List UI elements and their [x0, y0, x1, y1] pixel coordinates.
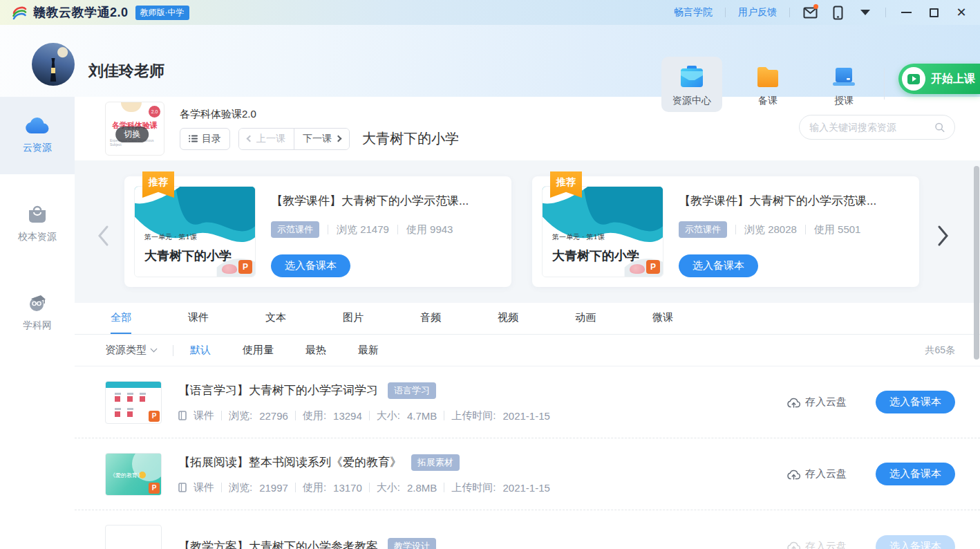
save-to-cloud-button[interactable]: 存入云盘 [787, 396, 847, 409]
views-label: 浏览: [229, 481, 252, 494]
cloud-upload-icon [787, 469, 800, 480]
divider [369, 483, 370, 492]
add-to-lessonbook-button[interactable]: 选入备课本 [876, 535, 955, 549]
save-to-cloud-label: 存入云盘 [805, 396, 847, 409]
ppt-icon: P [149, 411, 160, 422]
minimize-button[interactable] [898, 5, 914, 20]
resource-badge: 拓展素材 [411, 454, 460, 471]
carousel-next-button[interactable] [933, 221, 954, 252]
sidebar-item-cloud-resources[interactable]: 云资源 [0, 97, 75, 174]
app-window: 赣教云教学通2.0 教师版·中学 畅言学院 用户反馈 [0, 0, 980, 549]
card-thumbnail[interactable]: 第一单元 · 第1课 大青树下的小学 P [134, 186, 256, 277]
sort-usage[interactable]: 使用量 [243, 344, 274, 357]
flower-decoration [222, 264, 237, 274]
tab-image[interactable]: 图片 [343, 303, 364, 334]
sidebar-item-school-resources[interactable]: 校本资源 [0, 185, 75, 263]
app-title: 赣教云教学通2.0 [33, 4, 129, 21]
save-to-cloud-button[interactable]: 存入云盘 [787, 540, 847, 549]
prev-lesson-label: 上一课 [256, 133, 285, 145]
sidebar: 云资源 校本资源 学科网 [0, 97, 75, 549]
academy-link[interactable]: 畅言学院 [674, 6, 713, 19]
resource-badge: 教学设计 [388, 538, 436, 549]
thumb-version-badge: 2.0 [149, 106, 160, 118]
chevron-down-icon [151, 346, 158, 353]
messages-icon[interactable] [802, 5, 818, 20]
save-to-cloud-button[interactable]: 存入云盘 [787, 467, 847, 481]
add-to-lessonbook-button[interactable]: 选入备课本 [271, 254, 350, 277]
dropdown-caret-icon[interactable] [858, 5, 873, 20]
tab-courseware[interactable]: 课件 [188, 303, 209, 334]
carousel-cards: 推荐 第一单元 · 第1课 大青树下的小学 P [124, 176, 980, 287]
sidebar-item-label: 云资源 [23, 142, 52, 154]
sort-default[interactable]: 默认 [190, 344, 211, 357]
resource-thumbnail[interactable] [105, 525, 162, 549]
cloud-upload-icon [787, 541, 800, 549]
close-button[interactable]: ✕ [954, 5, 969, 20]
thumb-decoration [121, 102, 142, 112]
prev-lesson-button[interactable]: 上一课 [239, 129, 294, 149]
views-label: 浏览: [229, 409, 252, 422]
tab-video[interactable]: 视频 [498, 303, 518, 334]
sort-newest[interactable]: 最新 [358, 344, 379, 357]
divider [221, 411, 222, 420]
resource-title[interactable]: 【教学方案】大青树下的小学参考教案 [178, 539, 378, 549]
tab-text[interactable]: 文本 [265, 303, 286, 334]
sort-hot[interactable]: 最热 [305, 344, 326, 357]
add-to-lessonbook-button[interactable]: 选入备课本 [679, 254, 758, 277]
next-lesson-button[interactable]: 下一课 [294, 129, 349, 149]
mobile-device-icon[interactable] [830, 5, 845, 20]
resource-type: 课件 [194, 409, 214, 422]
search-icon[interactable] [934, 121, 945, 133]
feedback-link[interactable]: 用户反馈 [738, 6, 777, 19]
search-input[interactable] [809, 122, 934, 133]
nav-teach[interactable]: 授课 [813, 57, 874, 112]
tab-animation[interactable]: 动画 [575, 303, 596, 334]
card-thumbnail[interactable]: 第一单元 · 第1课 大青树下的小学 P [542, 186, 663, 277]
resource-body: 【拓展阅读】整本书阅读系列《爱的教育》 拓展素材 课件 浏览: 21997 使用… [178, 454, 787, 494]
resource-thumbnail[interactable]: P [105, 381, 162, 424]
course-thumbnail[interactable]: 2.0 各学科体验课 Experience Class Of Various S… [105, 102, 164, 156]
views-value: 22796 [259, 410, 288, 422]
start-class-button[interactable]: 开始上课 [898, 64, 980, 94]
resource-thumbnail[interactable]: 《爱的教育》 P [105, 453, 162, 496]
scholar-icon [27, 293, 48, 313]
nav-resource-center[interactable]: 资源中心 [661, 57, 722, 112]
resource-center-icon [679, 65, 705, 89]
tab-microlesson[interactable]: 微课 [652, 303, 673, 334]
switch-course-button[interactable]: 切换 [115, 127, 149, 142]
views-value: 21997 [259, 482, 288, 494]
resource-tabs: 全部 课件 文本 图片 音频 视频 动画 微课 [75, 303, 980, 335]
card-views: 浏览 21479 [337, 223, 389, 236]
sidebar-item-subject-net[interactable]: 学科网 [0, 274, 75, 351]
card-body: 【教学课件】大青树下的小学示范课... 示范课件 浏览 21479 使用 994… [271, 186, 502, 277]
uses-value: 13170 [333, 482, 362, 494]
nav-prepare[interactable]: 备课 [737, 57, 798, 112]
resource-body: 【语言学习】大青树下的小学字词学习 语言学习 课件 浏览: 22796 使用: … [178, 382, 787, 422]
resource-type-dropdown[interactable]: 资源类型 [105, 344, 156, 357]
header: 刘佳玲老师 资源中心 备课 [0, 25, 980, 97]
resource-meta: 课件 浏览: 22796 使用: 13294 大小: 4.7MB 上传时间: 2… [178, 409, 787, 422]
list-icon [189, 135, 198, 142]
chevron-left-icon [247, 136, 254, 142]
nav-label: 授课 [834, 95, 854, 107]
divider [725, 8, 726, 17]
resource-title[interactable]: 【语言学习】大青树下的小学字词学习 [178, 382, 378, 398]
upload-value: 2021-1-15 [502, 482, 549, 494]
divider [444, 411, 444, 420]
avatar[interactable] [32, 43, 75, 86]
resource-type: 课件 [194, 481, 214, 494]
tab-audio[interactable]: 音频 [420, 303, 441, 334]
toc-label: 目录 [202, 133, 221, 145]
carousel-prev-button[interactable] [93, 221, 113, 252]
add-to-lessonbook-button[interactable]: 选入备课本 [876, 463, 955, 485]
resource-title[interactable]: 【拓展阅读】整本书阅读系列《爱的教育》 [178, 454, 402, 470]
card-title[interactable]: 【教学课件】大青树下的小学示范课... [679, 193, 910, 209]
tab-all[interactable]: 全部 [111, 303, 131, 334]
divider [805, 225, 806, 234]
add-to-lessonbook-button[interactable]: 选入备课本 [876, 391, 955, 413]
toc-button[interactable]: 目录 [180, 128, 230, 150]
flower-decoration [630, 264, 645, 274]
card-title[interactable]: 【教学课件】大青树下的小学示范课... [271, 193, 502, 209]
scrollbar-thumb[interactable] [974, 166, 979, 360]
maximize-button[interactable] [926, 5, 941, 20]
